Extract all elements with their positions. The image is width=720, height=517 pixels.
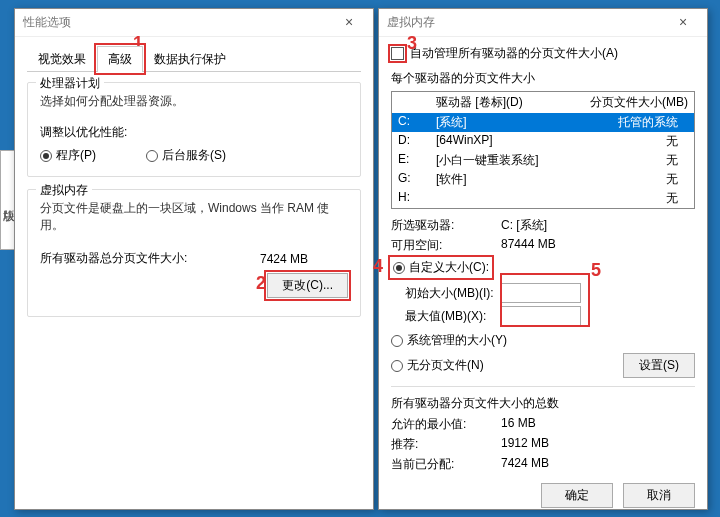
change-button[interactable]: 更改(C)... (267, 273, 348, 298)
totals-title: 所有驱动器分页文件大小的总数 (391, 395, 695, 412)
titlebar: 虚拟内存 × (379, 9, 707, 37)
vm-total-label: 所有驱动器总分页文件大小: (40, 250, 187, 267)
radio-icon (391, 360, 403, 372)
min-value: 16 MB (501, 416, 536, 433)
tab-visual[interactable]: 视觉效果 (27, 46, 97, 72)
drive-row[interactable]: E:[小白一键重装系统]无 (392, 151, 694, 170)
annotation-5: 5 (591, 260, 601, 281)
radio-programs[interactable]: 程序(P) (40, 147, 96, 164)
auto-manage-label: 自动管理所有驱动器的分页文件大小(A) (410, 45, 618, 62)
initial-size-input[interactable] (501, 283, 581, 303)
cur-value: 7424 MB (501, 456, 549, 473)
drive-list[interactable]: 驱动器 [卷标](D) 分页文件大小(MB) C:[系统]托管的系统D:[64W… (391, 91, 695, 209)
max-size-label: 最大值(MB)(X): (391, 308, 501, 325)
performance-options-dialog: 性能选项 × 1 视觉效果 高级 数据执行保护 处理器计划 选择如何分配处理器资… (14, 8, 374, 510)
selected-drive-label: 所选驱动器: (391, 217, 501, 234)
radio-no-paging[interactable]: 无分页文件(N) (391, 357, 484, 374)
cpu-desc: 选择如何分配处理器资源。 (40, 93, 348, 110)
tab-bar: 视觉效果 高级 数据执行保护 (27, 45, 361, 72)
radio-services[interactable]: 后台服务(S) (146, 147, 226, 164)
radio-system-managed[interactable]: 系统管理的大小(Y) (391, 332, 695, 349)
radio-icon (391, 335, 403, 347)
max-size-input[interactable] (501, 306, 581, 326)
cancel-button[interactable]: 取消 (623, 483, 695, 508)
radio-custom-size[interactable]: 自定义大小(C): (391, 258, 491, 277)
cur-label: 当前已分配: (391, 456, 501, 473)
each-drive-label: 每个驱动器的分页文件大小 (391, 70, 695, 87)
radio-icon (146, 150, 158, 162)
close-icon[interactable]: × (663, 11, 703, 35)
initial-size-label: 初始大小(MB)(I): (391, 285, 501, 302)
tab-dep[interactable]: 数据执行保护 (143, 46, 237, 72)
titlebar: 性能选项 × (15, 9, 373, 37)
virtual-memory-group: 虚拟内存 分页文件是硬盘上的一块区域，Windows 当作 RAM 使用。 所有… (27, 189, 361, 317)
annotation-3: 3 (407, 33, 417, 54)
rec-value: 1912 MB (501, 436, 549, 453)
auto-manage-checkbox[interactable] (391, 47, 404, 60)
group-title: 虚拟内存 (36, 182, 92, 199)
adjust-label: 调整以优化性能: (40, 124, 348, 141)
close-icon[interactable]: × (329, 11, 369, 35)
vm-total-value: 7424 MB (260, 252, 308, 266)
ok-button[interactable]: 确定 (541, 483, 613, 508)
annotation-2: 2 (256, 273, 266, 294)
vm-desc: 分页文件是硬盘上的一块区域，Windows 当作 RAM 使用。 (40, 200, 348, 234)
drive-row[interactable]: C:[系统]托管的系统 (392, 113, 694, 132)
virtual-memory-dialog: 虚拟内存 × 3 自动管理所有驱动器的分页文件大小(A) 每个驱动器的分页文件大… (378, 8, 708, 510)
tab-advanced[interactable]: 高级 (97, 46, 143, 72)
dialog-title: 虚拟内存 (387, 14, 435, 31)
drive-row[interactable]: G:[软件]无 (392, 170, 694, 189)
dialog-title: 性能选项 (23, 14, 71, 31)
drive-row[interactable]: H:无 (392, 189, 694, 208)
min-label: 允许的最小值: (391, 416, 501, 433)
drive-row[interactable]: D:[64WinXP]无 (392, 132, 694, 151)
annotation-4: 4 (373, 256, 383, 277)
group-title: 处理器计划 (36, 75, 104, 92)
cpu-scheduling-group: 处理器计划 选择如何分配处理器资源。 调整以优化性能: 程序(P) 后台服务(S… (27, 82, 361, 177)
rec-label: 推荐: (391, 436, 501, 453)
drive-list-header: 驱动器 [卷标](D) 分页文件大小(MB) (392, 92, 694, 113)
radio-icon (40, 150, 52, 162)
selected-drive-value: C: [系统] (501, 217, 547, 234)
radio-icon (393, 262, 405, 274)
available-value: 87444 MB (501, 237, 556, 254)
available-label: 可用空间: (391, 237, 501, 254)
set-button[interactable]: 设置(S) (623, 353, 695, 378)
